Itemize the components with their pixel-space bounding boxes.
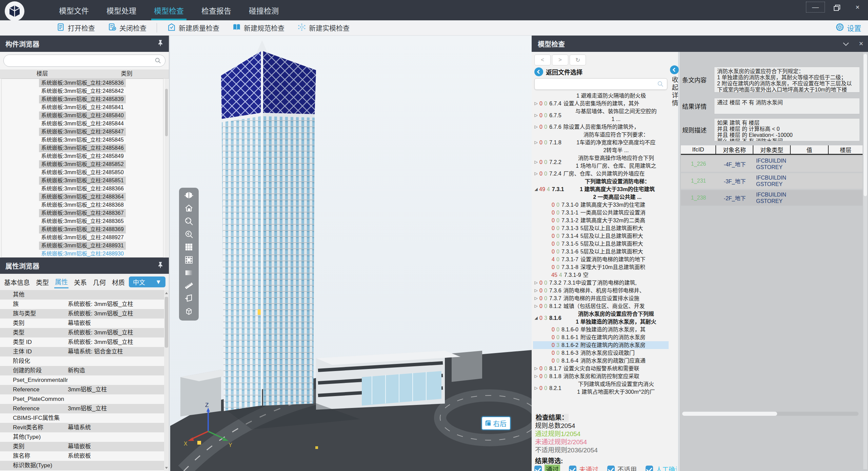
- table-row[interactable]: 1_238-2F_地下IFCBUILDINGSTOREY: [681, 190, 863, 206]
- list-item[interactable]: 系统嵌板:3mm铝板_立柱:2485850: [2, 168, 163, 177]
- rule-tree-item[interactable]: ◢038.1.6消防水泵房的设置应符合下列规1 单独建造的消防水泵房，其耐火: [533, 310, 669, 326]
- column-storey[interactable]: 楼层: [0, 69, 84, 78]
- close-button[interactable]: ×: [847, 1, 868, 14]
- table-header-cell[interactable]: 对象名称: [716, 145, 753, 154]
- settings-button[interactable]: 设置: [835, 23, 861, 33]
- rule-tree-item[interactable]: 407.3.1-7设置消防电梯的建筑的地下: [533, 255, 669, 263]
- titlebar-tab[interactable]: 碰撞检测: [240, 0, 288, 20]
- rule-tree-item[interactable]: ◢4947.3.1下列建筑应设置消防电梯：1 建筑高度大于33m的住宅建筑2 一…: [533, 178, 669, 201]
- expand-arrow-icon[interactable]: ▷: [533, 372, 539, 380]
- titlebar-tab[interactable]: 模型文件: [50, 0, 98, 20]
- rule-tree-item[interactable]: ▷008.2.1下列建筑或场所应设置室内消火1 建筑占地面积大于300m^2的厂: [533, 380, 669, 396]
- nav-forward-button[interactable]: >: [552, 55, 568, 65]
- rule-tree-item[interactable]: 007.3.1-45层及以上且总建筑面积大: [533, 232, 669, 240]
- back-to-files[interactable]: 返回文件选择: [534, 67, 583, 76]
- property-section-row[interactable]: 阶段化: [0, 356, 165, 366]
- list-item[interactable]: 系统嵌板:3mm铝板_立柱:2488930: [2, 250, 163, 258]
- rule-tree-item[interactable]: 1 避难走道防火隔墙的耐火极: [533, 92, 669, 100]
- close-panel-icon[interactable]: ×: [859, 40, 863, 47]
- nav-back-button[interactable]: <: [534, 55, 551, 65]
- table-header-cell[interactable]: 值: [791, 145, 829, 154]
- list-item[interactable]: 系统嵌板:3mm铝板_立柱:2485851: [2, 177, 163, 185]
- titlebar-tab[interactable]: 检查报告: [193, 0, 240, 20]
- rule-search-input[interactable]: [534, 78, 667, 90]
- expand-arrow-icon[interactable]: ▷: [533, 170, 539, 178]
- property-row[interactable]: 类别幕墙嵌板: [0, 319, 165, 328]
- zoom-previous-tool[interactable]: [182, 229, 196, 241]
- property-row[interactable]: 类别幕墙嵌板: [0, 442, 165, 451]
- tab-类型[interactable]: 类型: [35, 276, 50, 288]
- expand-arrow-icon[interactable]: ▷: [533, 100, 539, 107]
- table-row[interactable]: 1_226-4F_地下IFCBUILDINGSTOREY: [681, 156, 863, 172]
- grid-tool[interactable]: [182, 242, 196, 253]
- expand-arrow-icon[interactable]: ▷: [533, 123, 539, 131]
- rule-tree-item[interactable]: ▷007.2.4厂房、仓库、公共建筑的外墙应在: [533, 170, 669, 178]
- list-item[interactable]: 系统嵌板:3mm铝板_立柱:2488369: [2, 225, 163, 233]
- expand-arrow-icon[interactable]: ▷: [533, 139, 539, 146]
- list-item[interactable]: 系统嵌板:3mm铝板_立柱:2485841: [2, 103, 163, 111]
- expand-arrow-icon[interactable]: ▷: [533, 384, 539, 392]
- rule-tree-item[interactable]: 007.3.1-2建筑高度大于32m的二类高: [533, 217, 669, 224]
- list-item[interactable]: 系统嵌板:3mm铝板_立柱:2485847: [2, 128, 163, 136]
- collapse-arrow-icon[interactable]: ◢: [533, 185, 539, 193]
- language-dropdown[interactable]: 中文 ▼: [129, 277, 165, 287]
- rule-tree-item[interactable]: ▷007.1.8消防车道应符合下列要求：1车道的净宽度和净空高度均不应2转弯半 …: [533, 131, 669, 154]
- property-row[interactable]: 主体 ID幕墙系统: 铝合金立柱: [0, 347, 165, 356]
- rule-tree-item[interactable]: 007.3.1-1一类高层公共建筑应设置消: [533, 209, 669, 217]
- collapse-panel-icon[interactable]: [843, 40, 849, 46]
- expand-arrow-icon[interactable]: ▷: [533, 365, 539, 372]
- rule-tree-item[interactable]: ▷006.7.4设置人员密集场所的建筑，其外: [533, 100, 669, 107]
- property-section-row[interactable]: 其他(Type): [0, 432, 165, 442]
- zoom-extents-tool[interactable]: [182, 216, 196, 228]
- expand-arrow-icon[interactable]: ▷: [533, 111, 539, 119]
- rule-tree-item[interactable]: ▷007.3.7消防电梯的井底应设置排水设施: [533, 294, 669, 302]
- checkbox-checked-icon[interactable]: [607, 466, 615, 471]
- vertical-scrollbar[interactable]: [863, 53, 867, 469]
- nav-refresh-button[interactable]: ↻: [570, 55, 586, 65]
- rule-tree-item[interactable]: 007.3.1-65层及以上且总建筑面积大: [533, 248, 669, 255]
- list-item[interactable]: 系统嵌板:3mm铝板_立柱:2488364: [2, 193, 163, 201]
- tab-关系[interactable]: 关系: [73, 276, 87, 288]
- rule-tree-item[interactable]: ▷008.1.7设置火灾自动报警系统和需要联: [533, 365, 669, 372]
- rule-tree-item[interactable]: ▷008.1.2城镇（包括居住区、商业区、开发: [533, 302, 669, 310]
- rule-tree-item[interactable]: ▷006.7.6除设置人员密集场所的建筑外，: [533, 123, 669, 131]
- minimize-button[interactable]: —: [805, 1, 826, 14]
- component-list-scrollbar[interactable]: [165, 79, 168, 258]
- list-item[interactable]: 系统嵌板:3mm铝板_立柱:2485840: [2, 111, 163, 120]
- property-section-row[interactable]: Pset_PlateCommon: [0, 394, 165, 404]
- toolbar-button[interactable]: 新建实模检查: [293, 23, 354, 33]
- list-item[interactable]: 系统嵌板:3mm铝板_立柱:2485852: [2, 160, 163, 168]
- property-section-row[interactable]: 其他: [0, 290, 165, 300]
- rule-tree-item[interactable]: 007.3.1-35层及以上且总建筑面积大: [533, 224, 669, 232]
- list-item[interactable]: 系统嵌板:3mm铝板_立柱:2488927: [2, 233, 163, 242]
- titlebar-tab[interactable]: 模型处理: [98, 0, 145, 20]
- checkbox-checked-icon[interactable]: [534, 466, 542, 471]
- rule-tree-item[interactable]: 008.1.6-0单独建造的消防水泵房，其: [533, 326, 669, 333]
- property-row[interactable]: 类型系统嵌板: 3mm铝板_立柱: [0, 328, 165, 337]
- property-row[interactable]: 族名称系统嵌板: [0, 451, 165, 461]
- pin-icon[interactable]: [157, 262, 163, 270]
- layout-grid-tool[interactable]: [182, 255, 196, 266]
- restore-button[interactable]: [826, 1, 847, 14]
- checkbox-checked-icon[interactable]: [646, 466, 653, 471]
- table-header-cell[interactable]: 对象类型: [753, 145, 791, 154]
- property-row[interactable]: 创建的阶段新构造: [0, 366, 165, 375]
- column-category[interactable]: 类别: [84, 69, 169, 78]
- table-header-cell[interactable]: IfcID: [681, 145, 716, 154]
- component-search-input[interactable]: [3, 55, 165, 67]
- expand-arrow-icon[interactable]: ▷: [533, 279, 539, 287]
- list-item[interactable]: 系统嵌板:3mm铝板_立柱:2488366: [2, 185, 163, 193]
- tab-属性[interactable]: 属性: [54, 275, 68, 288]
- property-grid-scrollbar[interactable]: [164, 290, 169, 471]
- section-plane-tool[interactable]: [182, 293, 196, 305]
- rule-tree-item[interactable]: 007.3.1-55层及以上且总建筑面积大: [533, 240, 669, 248]
- collapse-details-control[interactable]: 收起详情: [670, 65, 679, 107]
- list-item[interactable]: 系统嵌板:3mm铝板_立柱:2485839: [2, 95, 163, 103]
- rule-tree-item[interactable]: ▷007.3.27.3.1中设置了消防电梯的建筑,: [533, 279, 669, 287]
- collapse-arrow-icon[interactable]: ◢: [533, 314, 539, 322]
- list-item[interactable]: 系统嵌板:3mm铝板_立柱:2485845: [2, 136, 163, 144]
- list-item[interactable]: 系统嵌板:3mm铝板_立柱:2485849: [2, 152, 163, 160]
- expand-arrow-icon[interactable]: ▷: [533, 158, 539, 166]
- property-row[interactable]: 族系统嵌板: 3mm铝板_立柱: [0, 300, 165, 309]
- rule-tree-item[interactable]: 008.1.6-3消防水泵房应设疏散门: [533, 349, 669, 357]
